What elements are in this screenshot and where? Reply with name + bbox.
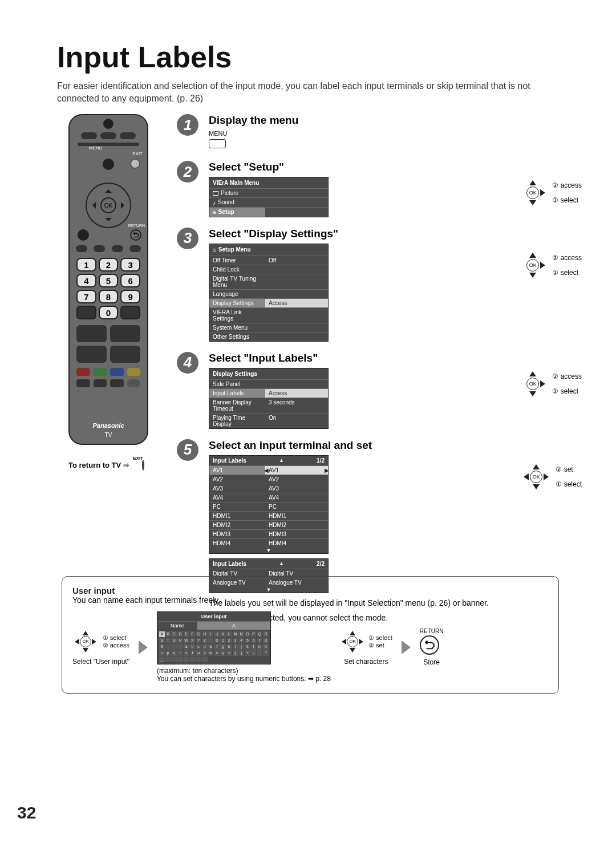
page-intro: For easier identification and selection … — [57, 80, 559, 104]
remote-tv-label: TV — [68, 432, 148, 438]
remote-return-button: ⮌ — [130, 229, 141, 241]
user-input-intro: You can name each input terminals freely… — [72, 595, 548, 605]
display-settings-panel: Display Settings Side Panel Input Labels… — [209, 368, 329, 429]
step-3: 3 Select "Display Settings" ≡Setup Menu … — [177, 228, 570, 342]
remote-keypad: 123 456 789 0 — [76, 258, 140, 319]
remote-dpad: OK — [86, 183, 131, 228]
setup-menu-panel: ≡Setup Menu Off TimerOff Child Lock Digi… — [209, 244, 329, 342]
user-flow-step-2: User input NameA ABCDEFGHIJKLMNOPQRST UV… — [157, 611, 331, 683]
input-labels-panel-1: Input Labels▲1/2 AV1◀AV1▶ AV2AV2 AV3AV3 … — [209, 455, 329, 554]
user-input-title: User input — [72, 586, 548, 595]
user-flow-step-4: RETURN ⮌ Store — [420, 628, 444, 666]
step-1: 1 Display the menu MENU — [177, 114, 570, 151]
user-flow-step-1: OK ① select② access Select "User input" — [72, 629, 129, 666]
remote-ok-button: OK — [100, 197, 116, 213]
menu-button-icon — [209, 139, 226, 148]
user-flow-step-3: OK ① select② set Set characters — [340, 629, 392, 666]
remote-return-label: RETURN — [128, 224, 145, 228]
return-to-tv-hint: To return to TV ➡ EXIT — [68, 461, 144, 469]
remote-exit-label: EXIT — [132, 151, 143, 156]
user-input-box: User input You can name each input termi… — [62, 576, 559, 694]
step-2: 2 Select "Setup" VIErA Main Menu Picture… — [177, 161, 570, 217]
remote-brand: Panasonic — [68, 422, 148, 429]
step-1-title: Display the menu — [209, 114, 570, 127]
remote-menu-label: MENU — [89, 145, 103, 151]
remote-menu-button — [103, 159, 114, 170]
step-2-title: Select "Setup" — [209, 161, 570, 173]
step-4-title: Select "Input Labels" — [209, 352, 570, 364]
flow-arrow-icon — [139, 641, 148, 654]
main-menu-panel: VIErA Main Menu Picture ♪Sound ≡Setup — [209, 177, 329, 217]
page-number: 32 — [17, 803, 36, 822]
return-icon: ⮌ — [420, 635, 439, 655]
flow-arrow-icon — [402, 641, 411, 654]
step-4: 4 Select "Input Labels" Display Settings… — [177, 352, 570, 429]
remote-exit-button — [130, 159, 140, 169]
page-title: Input Labels — [57, 40, 559, 74]
step-3-title: Select "Display Settings" — [209, 228, 570, 240]
remote-illustration: MENU EXIT OK RETURN ⮌ 123 456 789 0 Pana… — [68, 114, 148, 445]
step-5-title: Select an input terminal and set — [209, 439, 570, 452]
